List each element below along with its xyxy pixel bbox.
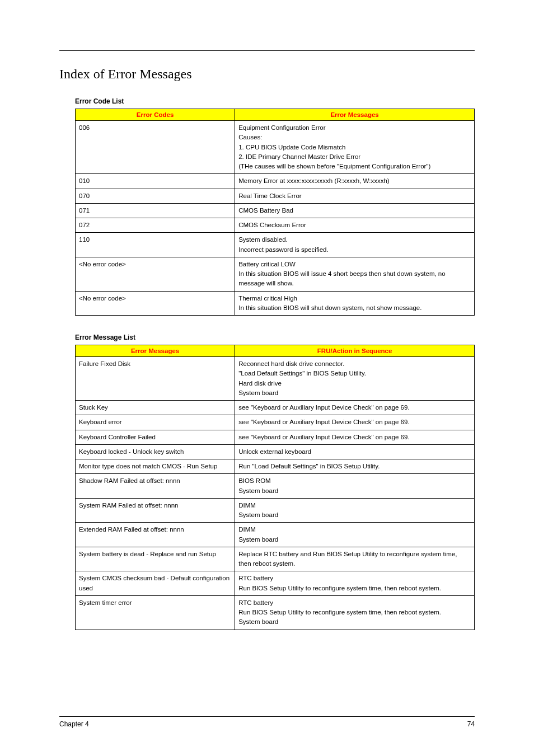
cell-line: Run "Load Default Settings" in BIOS Setu… xyxy=(238,462,471,471)
table-row: Stuck Keysee "Keyboard or Auxiliary Inpu… xyxy=(76,401,475,415)
footer-left: Chapter 4 xyxy=(59,720,89,728)
row-right-cell: Run "Load Default Settings" in BIOS Setu… xyxy=(235,459,475,474)
cell-line: System board xyxy=(238,510,471,520)
row-left-cell: System RAM Failed at offset: nnnn xyxy=(76,498,235,523)
table-row: Keyboard Controller Failedsee "Keyboard … xyxy=(76,430,475,444)
row-left-cell: Shadow RAM Failed at offset: nnnn xyxy=(76,474,235,499)
row-left-cell: <No error code> xyxy=(76,257,235,291)
cell-line: Replace RTC battery and Run BIOS Setup U… xyxy=(238,550,471,569)
cell-line: see "Keyboard or Auxiliary Input Device … xyxy=(238,433,471,442)
row-right-cell: CMOS Checksum Error xyxy=(235,218,475,233)
table-row: 070Real Time Clock Error xyxy=(76,189,475,203)
cell-line: Equipment Configuration Error xyxy=(238,123,471,133)
cell-line: System board xyxy=(238,486,471,496)
row-right-cell: CMOS Battery Bad xyxy=(235,203,475,218)
cell-line: In this situation BIOS will issue 4 shor… xyxy=(238,269,471,289)
footer-right: 74 xyxy=(467,720,475,728)
row-right-cell: BIOS ROMSystem board xyxy=(235,474,475,499)
cell-line: In this situation BIOS will shut down sy… xyxy=(238,303,471,313)
cell-line: CMOS Checksum Error xyxy=(238,220,471,230)
cell-line: Causes: xyxy=(238,133,471,142)
row-right-cell: RTC batteryRun BIOS Setup Utility to rec… xyxy=(235,595,475,630)
row-right-cell: Reconnect hard disk drive connector."Loa… xyxy=(235,357,475,401)
row-right-cell: see "Keyboard or Auxiliary Input Device … xyxy=(235,401,475,415)
table-row: <No error code>Battery critical LOWIn th… xyxy=(76,257,475,291)
row-left-cell: 070 xyxy=(76,189,235,203)
table-row: 006Equipment Configuration ErrorCauses:1… xyxy=(76,121,475,174)
row-right-cell: Unlock external keyboard xyxy=(235,444,475,459)
table-row: System timer errorRTC batteryRun BIOS Se… xyxy=(76,595,475,630)
row-left-cell: 072 xyxy=(76,218,235,233)
table-row: 010Memory Error at xxxx:xxxx:xxxxh (R:xx… xyxy=(76,174,475,189)
cell-line: Battery critical LOW xyxy=(238,260,471,269)
cell-line: System board xyxy=(238,535,471,544)
error-code-table: Error Codes Error Messages 006Equipment … xyxy=(75,109,475,316)
cell-line: System disabled. xyxy=(238,235,471,245)
cell-line: Reconnect hard disk drive connector. xyxy=(238,359,471,369)
top-rule xyxy=(59,50,475,51)
row-left-cell: System timer error xyxy=(76,595,235,630)
row-right-cell: System disabled.Incorrect password is sp… xyxy=(235,233,475,257)
cell-line: 2. IDE Primary Channel Master Drive Erro… xyxy=(238,152,471,162)
table-row: <No error code>Thermal critical HighIn t… xyxy=(76,291,475,316)
cell-line: Hard disk drive xyxy=(238,379,471,388)
row-left-cell: System battery is dead - Replace and run… xyxy=(76,547,235,571)
row-left-cell: 071 xyxy=(76,203,235,218)
table-row: Monitor type does not match CMOS - Run S… xyxy=(76,459,475,474)
row-left-cell: 006 xyxy=(76,121,235,174)
row-right-cell: RTC batteryRun BIOS Setup Utility to rec… xyxy=(235,571,475,596)
row-left-cell: Extended RAM Failed at offset: nnnn xyxy=(76,523,235,547)
cell-line: BIOS ROM xyxy=(238,476,471,486)
table-row: Keyboard errorsee "Keyboard or Auxiliary… xyxy=(76,415,475,430)
page-footer: Chapter 4 74 xyxy=(59,716,475,728)
cell-line: System board xyxy=(238,617,471,627)
row-left-cell: Keyboard locked - Unlock key switch xyxy=(76,444,235,459)
table-row: 110System disabled.Incorrect password is… xyxy=(76,233,475,257)
row-right-cell: Battery critical LOWIn this situation BI… xyxy=(235,257,475,291)
cell-line: System board xyxy=(238,388,471,398)
table-row: System CMOS checksum bad - Default confi… xyxy=(76,571,475,596)
cell-line: Incorrect password is specified. xyxy=(238,245,471,255)
row-left-cell: 110 xyxy=(76,233,235,257)
table-row: Failure Fixed DiskReconnect hard disk dr… xyxy=(76,357,475,401)
row-right-cell: Equipment Configuration ErrorCauses:1. C… xyxy=(235,121,475,174)
cell-line: Memory Error at xxxx:xxxx:xxxxh (R:xxxxh… xyxy=(238,176,471,186)
cell-line: DIMM xyxy=(238,525,471,534)
error-code-list-label: Error Code List xyxy=(75,97,475,105)
cell-line: Run BIOS Setup Utility to reconfigure sy… xyxy=(238,608,471,617)
row-right-cell: DIMMSystem board xyxy=(235,523,475,547)
row-right-cell: DIMMSystem board xyxy=(235,498,475,523)
table-row: 071CMOS Battery Bad xyxy=(76,203,475,218)
table-row: Keyboard locked - Unlock key switchUnloc… xyxy=(76,444,475,459)
row-left-cell: <No error code> xyxy=(76,291,235,316)
cell-line: "Load Default Settings" in BIOS Setup Ut… xyxy=(238,369,471,378)
error-message-list-label: Error Message List xyxy=(75,334,475,341)
row-left-cell: 010 xyxy=(76,174,235,189)
cell-line: Real Time Clock Error xyxy=(238,191,471,201)
row-right-cell: Thermal critical HighIn this situation B… xyxy=(235,291,475,316)
cell-line: RTC battery xyxy=(238,598,471,608)
t2-header-messages: Error Messages xyxy=(76,345,235,357)
row-left-cell: Failure Fixed Disk xyxy=(76,357,235,401)
row-left-cell: Keyboard error xyxy=(76,415,235,430)
row-left-cell: System CMOS checksum bad - Default confi… xyxy=(76,571,235,596)
cell-line: 1. CPU BIOS Update Code Mismatch xyxy=(238,143,471,152)
cell-line: see "Keyboard or Auxiliary Input Device … xyxy=(238,403,471,412)
table-row: System battery is dead - Replace and run… xyxy=(76,547,475,571)
cell-line: RTC battery xyxy=(238,574,471,583)
cell-line: see "Keyboard or Auxiliary Input Device … xyxy=(238,417,471,427)
error-message-table: Error Messages FRU/Action in Sequence Fa… xyxy=(75,345,475,630)
t1-header-messages: Error Messages xyxy=(235,109,475,121)
row-right-cell: see "Keyboard or Auxiliary Input Device … xyxy=(235,430,475,444)
cell-line: Thermal critical High xyxy=(238,294,471,303)
t2-header-action: FRU/Action in Sequence xyxy=(235,345,475,357)
cell-line: CMOS Battery Bad xyxy=(238,206,471,215)
table-row: Shadow RAM Failed at offset: nnnnBIOS RO… xyxy=(76,474,475,499)
row-left-cell: Stuck Key xyxy=(76,401,235,415)
table-row: 072CMOS Checksum Error xyxy=(76,218,475,233)
row-left-cell: Keyboard Controller Failed xyxy=(76,430,235,444)
row-right-cell: Memory Error at xxxx:xxxx:xxxxh (R:xxxxh… xyxy=(235,174,475,189)
cell-line: Unlock external keyboard xyxy=(238,447,471,457)
row-right-cell: Replace RTC battery and Run BIOS Setup U… xyxy=(235,547,475,571)
row-right-cell: Real Time Clock Error xyxy=(235,189,475,203)
